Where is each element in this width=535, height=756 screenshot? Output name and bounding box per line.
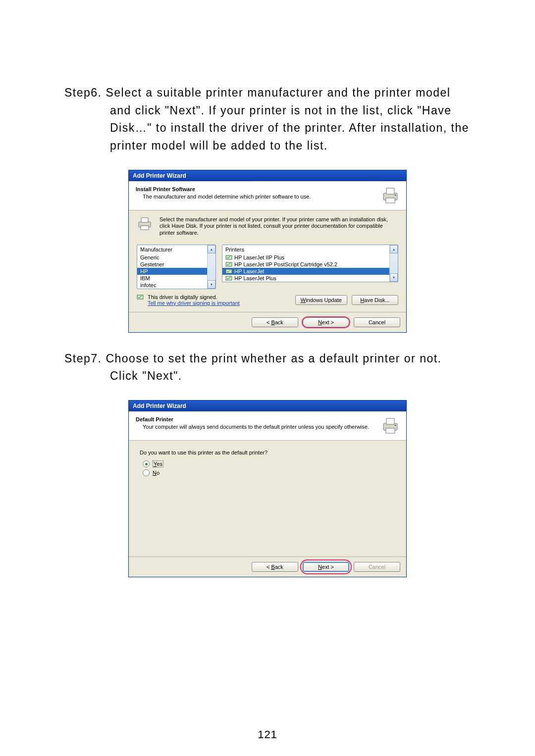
scrollbar[interactable]: ▴ ▾	[207, 245, 215, 289]
wizard2-header: Default Printer Your computer will alway…	[129, 411, 406, 441]
wizard1-header-title: Install Printer Software	[136, 186, 375, 192]
svg-point-15	[395, 425, 396, 426]
driver-icon	[225, 275, 232, 281]
manufacturer-item-selected[interactable]: HP	[137, 268, 215, 275]
wizard1-header-subtitle: The manufacturer and model determine whi…	[136, 193, 375, 200]
printer-icon	[380, 186, 400, 205]
step6-instruction: Step6. Select a suitable printer manufac…	[64, 84, 471, 155]
printers-listbox[interactable]: Printers HP LaserJet IIP Plus HP LaserJe…	[222, 245, 398, 282]
printer-item[interactable]: HP LaserJet Plus	[222, 275, 398, 282]
svg-rect-14	[386, 428, 395, 433]
svg-rect-5	[141, 218, 148, 222]
scroll-up-icon[interactable]: ▴	[390, 245, 398, 253]
scroll-up-icon[interactable]: ▴	[208, 245, 215, 253]
driver-icon	[225, 254, 232, 260]
wizard1-message: Select the manufacturer and model of you…	[160, 216, 398, 237]
manufacturer-item[interactable]: infotec	[137, 282, 215, 289]
printer-item[interactable]: HP LaserJet IIP PostScript Cartridge v52…	[222, 261, 398, 268]
driver-signing-link[interactable]: Tell me why driver signing is important	[148, 300, 240, 306]
svg-rect-1	[386, 188, 394, 194]
wizard2-header-subtitle: Your computer will always send documents…	[136, 423, 375, 430]
page-number: 121	[0, 728, 535, 741]
wizard1-titlebar: Add Printer Wizard	[129, 170, 406, 181]
manufacturer-header: Manufacturer	[137, 245, 215, 254]
wizard1-header: Install Printer Software The manufacture…	[129, 181, 406, 210]
printer-small-icon	[137, 216, 153, 232]
printer-item[interactable]: HP LaserJet IIP Plus	[222, 254, 398, 261]
svg-rect-6	[141, 226, 149, 230]
printers-header: Printers	[222, 245, 398, 254]
svg-point-3	[395, 194, 396, 196]
default-question: Do you want to use this printer as the d…	[140, 450, 398, 455]
radio-icon	[143, 469, 150, 476]
radio-icon	[143, 460, 150, 467]
scrollbar[interactable]: ▴ ▾	[389, 245, 398, 282]
manufacturer-item[interactable]: Generic	[137, 254, 215, 261]
scroll-down-icon[interactable]: ▾	[390, 273, 398, 282]
step7-instruction: Step7. Choose to set the print whether a…	[64, 350, 471, 385]
cancel-button[interactable]: Cancel	[354, 562, 400, 572]
svg-rect-2	[386, 198, 395, 203]
driver-icon	[225, 261, 232, 267]
wizard2-titlebar: Add Printer Wizard	[129, 401, 406, 411]
printer-item-selected[interactable]: HP LaserJet	[222, 268, 398, 275]
cancel-button[interactable]: Cancel	[354, 317, 400, 327]
manufacturer-item[interactable]: Gestetner	[137, 261, 215, 268]
printer-icon	[380, 416, 400, 435]
have-disk-button[interactable]: Have Disk...	[352, 295, 398, 305]
driver-signed-text: This driver is digitally signed.	[148, 294, 240, 300]
svg-rect-13	[386, 418, 394, 424]
step6-text: Select a suitable printer manufacturer a…	[106, 86, 469, 152]
wizard-default-printer: Add Printer Wizard Default Printer Your …	[128, 400, 407, 577]
radio-yes[interactable]: Yes	[143, 460, 398, 467]
manufacturer-item[interactable]: IBM	[137, 275, 215, 282]
manufacturer-items: Generic Gestetner HP IBM infotec	[137, 254, 215, 289]
step7-label: Step7.	[64, 352, 102, 365]
next-button[interactable]: Next >	[303, 562, 349, 572]
back-button[interactable]: < Back	[252, 317, 298, 327]
signed-icon	[137, 294, 144, 300]
step6-label: Step6.	[64, 86, 102, 99]
windows-update-button[interactable]: Windows Update	[295, 295, 347, 305]
printers-items: HP LaserJet IIP Plus HP LaserJet IIP Pos…	[222, 254, 398, 282]
scroll-down-icon[interactable]: ▾	[208, 280, 215, 289]
manufacturer-listbox[interactable]: Manufacturer Generic Gestetner HP IBM in…	[137, 245, 216, 289]
next-button[interactable]: Next >	[303, 317, 349, 327]
back-button[interactable]: < Back	[252, 562, 298, 572]
wizard-install-software: Add Printer Wizard Install Printer Softw…	[128, 170, 407, 333]
radio-no[interactable]: No	[143, 469, 398, 476]
step7-text: Choose to set the print whether as a def…	[106, 352, 441, 383]
wizard2-header-title: Default Printer	[136, 416, 375, 422]
driver-icon	[225, 268, 232, 274]
